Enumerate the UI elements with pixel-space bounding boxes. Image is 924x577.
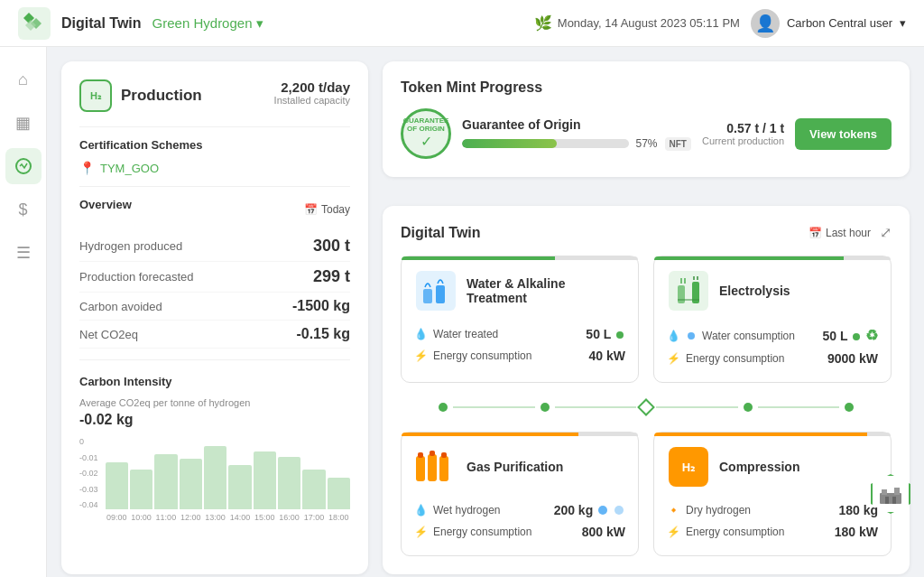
divider-3: [79, 359, 350, 360]
process-name-gas: Gas Purification: [467, 460, 563, 474]
dry-h2-icon: 🔸: [667, 504, 680, 517]
dt-time-label: Last hour: [826, 227, 871, 239]
overview-title: Overview: [79, 198, 132, 211]
metric-label-energy-el: ⚡ Energy consumption: [667, 352, 784, 365]
y-label-4: -0.04: [79, 500, 98, 509]
svg-rect-15: [882, 489, 887, 495]
project-name: Green Hydrogen: [152, 15, 253, 31]
process-name-compression: Compression: [719, 460, 799, 474]
location-pin-icon: 📍: [79, 161, 95, 175]
metric-value-3: -0.15 kg: [296, 326, 350, 342]
datetime-display: 🌿 Monday, 14 August 2023 05:11 PM: [534, 14, 740, 32]
factory-icon: [878, 484, 903, 504]
divider-1: [79, 126, 350, 127]
sidebar-item-home[interactable]: ⌂: [5, 61, 42, 98]
svg-rect-16: [894, 488, 900, 495]
capacity-label: Installed capacity: [274, 95, 350, 106]
nft-hexagon-output: [871, 474, 910, 514]
production-capacity: 2,200 t/day Installed capacity: [274, 79, 350, 106]
calendar-small-icon: 📅: [304, 203, 318, 216]
water-drop-icon: 💧: [414, 328, 428, 340]
sidebar-item-finance[interactable]: $: [5, 191, 42, 228]
metric-label-energy-water: ⚡ Energy consumption: [414, 349, 531, 362]
sidebar-item-analytics[interactable]: [5, 148, 42, 184]
metric-energy-compression: ⚡ Energy consumption 180 kW: [667, 521, 878, 543]
flow-line-1: [453, 406, 535, 408]
token-fraction: 0.57 t / 1 t: [702, 121, 784, 135]
svg-rect-3: [423, 289, 432, 303]
logo-icon: [18, 7, 51, 40]
today-badge: 📅 Today: [304, 203, 350, 216]
process-card-electrolysis: Electrolysis 💧 Water consumption 50 L: [653, 256, 892, 383]
calendar-dt-icon: 📅: [808, 227, 822, 239]
gas-purification-icon: [414, 447, 457, 487]
metric-label-energy-comp: ⚡ Energy consumption: [667, 526, 784, 538]
metric-energy-water: ⚡ Energy consumption 40 kW: [414, 345, 625, 367]
process-icon-water: [414, 269, 457, 312]
ci-title: Carbon Intensity: [79, 375, 350, 388]
process-card-gas: Gas Purification 💧 Wet hydrogen 200 kg: [401, 432, 639, 556]
svg-rect-9: [428, 454, 437, 481]
user-menu[interactable]: 👤 Carbon Central user ▾: [751, 9, 906, 38]
process-icon-gas: [414, 445, 457, 489]
capacity-value: 2,200 t/day: [274, 79, 350, 95]
layout: ⌂ ▦ $ ☰ H₂ Production 2,200 t: [0, 0, 924, 577]
chevron-down-icon: ▾: [256, 15, 263, 32]
process-card-water: Water & Alkaline Treatment 💧 Water treat…: [401, 256, 639, 383]
metric-energy-gas: ⚡ Energy consumption 800 kW: [414, 521, 625, 543]
metric-label-2: Carbon avoided: [79, 300, 162, 313]
certification-section: Certification Schemes 📍 TYM_GOO: [79, 138, 350, 175]
chart-container: 0 -0.01 -0.02 -0.03 -0.04 09:0010:0011:0…: [79, 437, 350, 522]
process-top-bar-gas: [402, 433, 638, 436]
sidebar-item-dashboard[interactable]: ▦: [5, 105, 42, 141]
metric-carbon-avoided: Carbon avoided -1500 kg: [79, 293, 350, 321]
y-label-0: 0: [79, 437, 98, 446]
expand-icon[interactable]: ⤢: [880, 224, 892, 241]
app-header: Digital Twin Green Hydrogen ▾ 🌿 Monday, …: [0, 0, 924, 47]
username-label: Carbon Central user: [787, 16, 892, 30]
svg-rect-8: [416, 456, 425, 481]
overview-section: Overview 📅 Today Hydrogen produced 300 t…: [79, 198, 350, 349]
process-top-bar-compression: [654, 433, 891, 436]
left-panel: H₂ Production 2,200 t/day Installed capa…: [61, 61, 368, 574]
chart-bar-1: [130, 470, 152, 509]
chart-hour-label-1: 10:00: [130, 513, 152, 522]
main-content: H₂ Production 2,200 t/day Installed capa…: [47, 47, 924, 577]
chart-hour-label-2: 11:00: [154, 513, 177, 522]
process-top-bar-water: [402, 256, 638, 260]
metric-value-energy-water: 40 kW: [589, 349, 625, 363]
production-icon: H₂: [79, 79, 112, 112]
blue-dot: [688, 332, 695, 340]
token-mint-title: Token Mint Progress: [401, 79, 892, 96]
sidebar-item-documents[interactable]: ☰: [5, 235, 42, 271]
h2-compression-badge: H₂: [669, 447, 708, 487]
chart-hour-label-5: 14:00: [228, 513, 251, 522]
dt-processes-grid: Water & Alkaline Treatment 💧 Water treat…: [401, 256, 892, 556]
water-drop-icon-2: 💧: [667, 330, 680, 342]
period-label: Today: [321, 203, 350, 216]
cert-scheme-id[interactable]: TYM_GOO: [100, 162, 159, 175]
view-tokens-button[interactable]: View tokens: [795, 118, 892, 150]
water-drop-icon-3: 💧: [414, 504, 428, 517]
progress-bar-bg: [462, 139, 629, 148]
project-selector[interactable]: Green Hydrogen ▾: [152, 15, 263, 32]
dt-time: 📅 Last hour: [808, 227, 871, 239]
metric-hydrogen-produced: Hydrogen produced 300 t: [79, 231, 350, 262]
token-badge: GUARANTEE OF ORIGIN ✓: [401, 108, 451, 159]
cert-scheme: 📍 TYM_GOO: [79, 161, 350, 175]
svg-rect-10: [439, 456, 448, 481]
header-left: Digital Twin Green Hydrogen ▾: [18, 7, 263, 40]
y-axis: 0 -0.01 -0.02 -0.03 -0.04: [79, 437, 102, 509]
process-top-bar-electrolysis: [654, 256, 891, 260]
process-header-compression: H₂ Compression: [667, 445, 878, 489]
flow-line-3: [656, 406, 738, 408]
svg-rect-12: [430, 451, 435, 456]
token-meta: 0.57 t / 1 t Current production: [702, 121, 784, 146]
metric-production-forecasted: Production forecasted 299 t: [79, 262, 350, 293]
metric-value-energy-gas: 800 kW: [582, 525, 625, 539]
metric-label-3: Net CO2eq: [79, 328, 138, 341]
carbon-intensity-section: Carbon Intensity Average CO2eq per tonne…: [79, 375, 350, 522]
metric-label-water-cons: 💧 Water consumption: [667, 330, 795, 342]
metric-energy-electrolysis: ⚡ Energy consumption 9000 kW: [667, 348, 878, 369]
flow-dot-3: [744, 403, 753, 412]
